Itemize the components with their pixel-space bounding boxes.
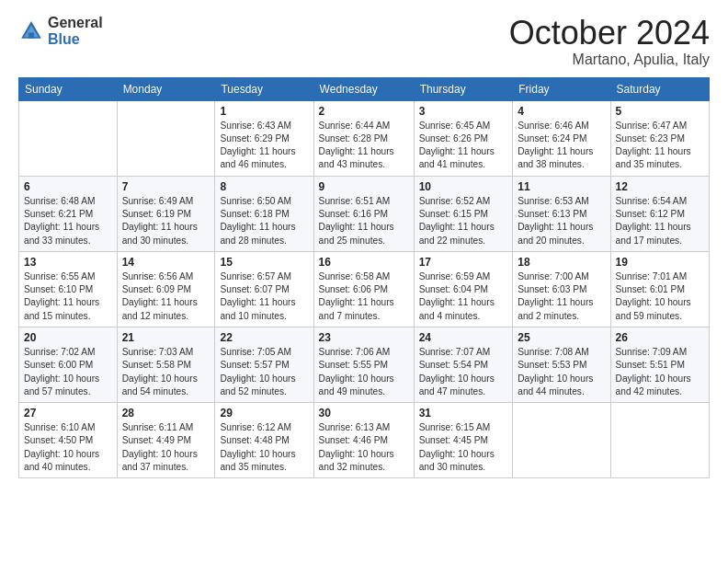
- calendar-cell: 17Sunrise: 6:59 AM Sunset: 6:04 PM Dayli…: [414, 251, 513, 327]
- page: General Blue October 2024 Martano, Apuli…: [0, 0, 728, 563]
- col-tuesday: Tuesday: [215, 77, 313, 100]
- calendar-cell: 29Sunrise: 6:12 AM Sunset: 4:48 PM Dayli…: [215, 403, 313, 478]
- day-number: 27: [24, 407, 112, 419]
- day-info: Sunrise: 6:56 AM Sunset: 6:09 PM Dayligh…: [122, 270, 210, 323]
- day-number: 13: [24, 256, 112, 269]
- calendar-cell: 26Sunrise: 7:09 AM Sunset: 5:51 PM Dayli…: [610, 327, 709, 402]
- day-number: 20: [24, 331, 112, 344]
- day-info: Sunrise: 7:08 AM Sunset: 5:53 PM Dayligh…: [518, 346, 605, 398]
- day-info: Sunrise: 6:11 AM Sunset: 4:49 PM Dayligh…: [122, 421, 210, 474]
- day-info: Sunrise: 6:15 AM Sunset: 4:45 PM Dayligh…: [419, 421, 508, 474]
- calendar-week-row-3: 13Sunrise: 6:55 AM Sunset: 6:10 PM Dayli…: [19, 251, 710, 327]
- calendar-cell: 11Sunrise: 6:53 AM Sunset: 6:13 PM Dayli…: [513, 176, 610, 251]
- logo-icon: [18, 18, 44, 44]
- calendar-cell: 18Sunrise: 7:00 AM Sunset: 6:03 PM Dayli…: [513, 251, 610, 327]
- logo-text: General Blue: [48, 15, 103, 47]
- calendar-cell: 27Sunrise: 6:10 AM Sunset: 4:50 PM Dayli…: [19, 403, 118, 478]
- day-number: 23: [319, 331, 409, 344]
- calendar-cell: 25Sunrise: 7:08 AM Sunset: 5:53 PM Dayli…: [513, 327, 610, 402]
- calendar-cell: 15Sunrise: 6:57 AM Sunset: 6:07 PM Dayli…: [215, 251, 313, 327]
- day-number: 9: [319, 180, 409, 193]
- day-number: 30: [319, 407, 409, 419]
- calendar-week-row-2: 6Sunrise: 6:48 AM Sunset: 6:21 PM Daylig…: [19, 176, 710, 251]
- day-info: Sunrise: 6:51 AM Sunset: 6:16 PM Dayligh…: [319, 195, 409, 247]
- day-number: 28: [122, 407, 210, 419]
- calendar-cell: [19, 100, 118, 176]
- day-info: Sunrise: 6:58 AM Sunset: 6:06 PM Dayligh…: [319, 270, 409, 323]
- day-info: Sunrise: 7:05 AM Sunset: 5:57 PM Dayligh…: [220, 346, 308, 398]
- day-number: 14: [122, 256, 210, 269]
- day-number: 7: [122, 180, 210, 193]
- day-number: 18: [518, 256, 605, 269]
- day-number: 1: [220, 105, 308, 118]
- day-info: Sunrise: 6:45 AM Sunset: 6:26 PM Dayligh…: [419, 120, 508, 172]
- day-info: Sunrise: 6:57 AM Sunset: 6:07 PM Dayligh…: [220, 270, 308, 323]
- day-number: 10: [419, 180, 508, 193]
- day-info: Sunrise: 7:06 AM Sunset: 5:55 PM Dayligh…: [319, 346, 409, 398]
- day-number: 24: [419, 331, 508, 344]
- day-info: Sunrise: 6:48 AM Sunset: 6:21 PM Dayligh…: [24, 195, 112, 247]
- calendar-cell: 19Sunrise: 7:01 AM Sunset: 6:01 PM Dayli…: [610, 251, 709, 327]
- calendar-week-row-1: 1Sunrise: 6:43 AM Sunset: 6:29 PM Daylig…: [19, 100, 710, 176]
- day-number: 4: [518, 105, 605, 118]
- calendar-table: Sunday Monday Tuesday Wednesday Thursday…: [18, 77, 710, 479]
- day-info: Sunrise: 6:10 AM Sunset: 4:50 PM Dayligh…: [24, 421, 112, 474]
- day-info: Sunrise: 7:00 AM Sunset: 6:03 PM Dayligh…: [518, 270, 605, 323]
- calendar-cell: 6Sunrise: 6:48 AM Sunset: 6:21 PM Daylig…: [19, 176, 118, 251]
- calendar-cell: 5Sunrise: 6:47 AM Sunset: 6:23 PM Daylig…: [610, 100, 709, 176]
- calendar-cell: 31Sunrise: 6:15 AM Sunset: 4:45 PM Dayli…: [414, 403, 513, 478]
- day-info: Sunrise: 7:07 AM Sunset: 5:54 PM Dayligh…: [419, 346, 508, 398]
- title-month: October 2024: [509, 15, 710, 52]
- calendar-cell: 10Sunrise: 6:52 AM Sunset: 6:15 PM Dayli…: [414, 176, 513, 251]
- day-number: 22: [220, 331, 308, 344]
- calendar-cell: 24Sunrise: 7:07 AM Sunset: 5:54 PM Dayli…: [414, 327, 513, 402]
- col-saturday: Saturday: [610, 77, 709, 100]
- calendar-cell: [117, 100, 215, 176]
- day-info: Sunrise: 6:50 AM Sunset: 6:18 PM Dayligh…: [220, 195, 308, 247]
- day-number: 25: [518, 331, 605, 344]
- header: General Blue October 2024 Martano, Apuli…: [18, 15, 710, 68]
- day-info: Sunrise: 6:12 AM Sunset: 4:48 PM Dayligh…: [220, 421, 308, 474]
- day-number: 8: [220, 180, 308, 193]
- col-sunday: Sunday: [19, 77, 118, 100]
- day-number: 12: [616, 180, 704, 193]
- calendar-cell: 2Sunrise: 6:44 AM Sunset: 6:28 PM Daylig…: [313, 100, 414, 176]
- calendar-cell: 21Sunrise: 7:03 AM Sunset: 5:58 PM Dayli…: [117, 327, 215, 402]
- day-number: 2: [319, 105, 409, 118]
- day-info: Sunrise: 7:02 AM Sunset: 6:00 PM Dayligh…: [24, 346, 112, 398]
- logo-blue-label: Blue: [48, 31, 103, 48]
- calendar-cell: 7Sunrise: 6:49 AM Sunset: 6:19 PM Daylig…: [117, 176, 215, 251]
- calendar-cell: 12Sunrise: 6:54 AM Sunset: 6:12 PM Dayli…: [610, 176, 709, 251]
- calendar-header-row: Sunday Monday Tuesday Wednesday Thursday…: [19, 77, 710, 100]
- day-number: 15: [220, 256, 308, 269]
- day-info: Sunrise: 6:43 AM Sunset: 6:29 PM Dayligh…: [220, 120, 308, 172]
- calendar-cell: 3Sunrise: 6:45 AM Sunset: 6:26 PM Daylig…: [414, 100, 513, 176]
- day-number: 6: [24, 180, 112, 193]
- calendar-cell: 9Sunrise: 6:51 AM Sunset: 6:16 PM Daylig…: [313, 176, 414, 251]
- calendar-cell: 28Sunrise: 6:11 AM Sunset: 4:49 PM Dayli…: [117, 403, 215, 478]
- calendar-cell: 13Sunrise: 6:55 AM Sunset: 6:10 PM Dayli…: [19, 251, 118, 327]
- day-info: Sunrise: 6:59 AM Sunset: 6:04 PM Dayligh…: [419, 270, 508, 323]
- day-info: Sunrise: 7:01 AM Sunset: 6:01 PM Dayligh…: [616, 270, 704, 323]
- day-info: Sunrise: 6:52 AM Sunset: 6:15 PM Dayligh…: [419, 195, 508, 247]
- calendar-cell: 1Sunrise: 6:43 AM Sunset: 6:29 PM Daylig…: [215, 100, 313, 176]
- day-number: 17: [419, 256, 508, 269]
- svg-rect-2: [28, 32, 34, 38]
- day-info: Sunrise: 6:55 AM Sunset: 6:10 PM Dayligh…: [24, 270, 112, 323]
- day-number: 21: [122, 331, 210, 344]
- day-info: Sunrise: 6:13 AM Sunset: 4:46 PM Dayligh…: [319, 421, 409, 474]
- day-info: Sunrise: 7:03 AM Sunset: 5:58 PM Dayligh…: [122, 346, 210, 398]
- day-info: Sunrise: 6:49 AM Sunset: 6:19 PM Dayligh…: [122, 195, 210, 247]
- col-wednesday: Wednesday: [313, 77, 414, 100]
- calendar-cell: 8Sunrise: 6:50 AM Sunset: 6:18 PM Daylig…: [215, 176, 313, 251]
- calendar-cell: [513, 403, 610, 478]
- title-block: October 2024 Martano, Apulia, Italy: [509, 15, 710, 68]
- day-number: 5: [616, 105, 704, 118]
- day-info: Sunrise: 7:09 AM Sunset: 5:51 PM Dayligh…: [616, 346, 704, 398]
- logo-general-label: General: [48, 15, 103, 31]
- day-number: 26: [616, 331, 704, 344]
- calendar-cell: 14Sunrise: 6:56 AM Sunset: 6:09 PM Dayli…: [117, 251, 215, 327]
- title-location: Martano, Apulia, Italy: [509, 52, 710, 68]
- calendar-cell: 30Sunrise: 6:13 AM Sunset: 4:46 PM Dayli…: [313, 403, 414, 478]
- col-friday: Friday: [513, 77, 610, 100]
